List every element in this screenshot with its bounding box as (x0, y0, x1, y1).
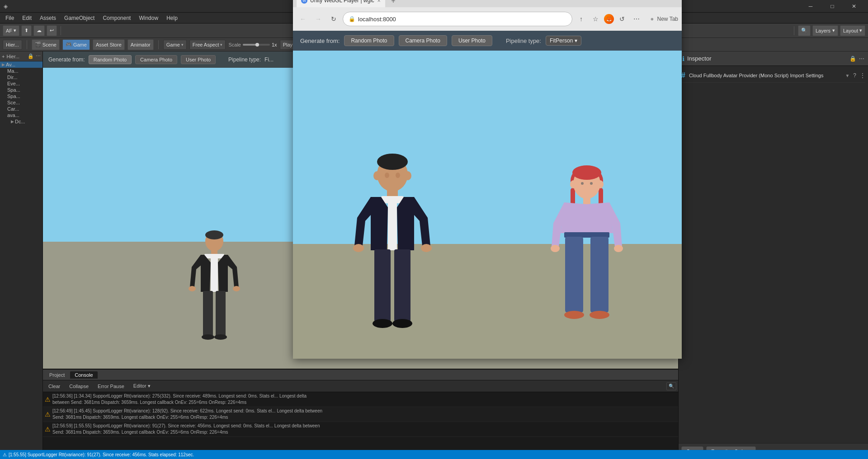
unity-random-photo-btn[interactable]: Random Photo (89, 55, 132, 64)
hier-dropdown[interactable]: Hier... (3, 40, 22, 50)
new-tab-button[interactable]: + (387, 0, 400, 7)
menu-window[interactable]: Window (135, 14, 162, 22)
inspector-title: Inspector (687, 55, 711, 62)
refresh-button[interactable]: ↻ (327, 13, 340, 25)
browser-avatars-container (293, 51, 682, 359)
menu-edit[interactable]: Edit (19, 14, 35, 22)
tree-label-8: ava... (7, 112, 19, 118)
layout-button[interactable]: Layout ▾ (840, 25, 865, 36)
browser-nav-bar: ← → ↻ 🔒 localhost:8000 ↑ ☆ 🦊 ↺ ⋯ ⊕ (293, 7, 682, 31)
insp-more-icon[interactable]: ⋯ (859, 56, 864, 62)
aspect-arrow: ▾ (220, 42, 222, 47)
aspect-label: Free Aspect (193, 42, 219, 47)
clear-button[interactable]: Clear (45, 383, 64, 390)
close-btn[interactable]: ✕ (844, 0, 864, 13)
menu-component[interactable]: Component (99, 14, 134, 22)
menu-file[interactable]: File (2, 14, 18, 22)
maximize-btn[interactable]: □ (822, 0, 843, 13)
tab-asset-store[interactable]: Asset Store (93, 39, 125, 50)
tab-project[interactable]: Project (45, 371, 69, 379)
menu-gameobject[interactable]: GameObject (61, 14, 98, 22)
search-button[interactable]: 🔍 (798, 25, 811, 36)
svg-point-3 (205, 230, 223, 239)
browser-user-photo-btn[interactable]: User Photo (452, 35, 492, 46)
aspect-dropdown[interactable]: Free Aspect ▾ (189, 40, 226, 50)
browser-random-photo-btn[interactable]: Random Photo (344, 35, 394, 46)
reload-btn[interactable]: ↺ (616, 13, 628, 25)
game-dropdown[interactable]: Game ▾ (163, 40, 187, 50)
unity-camera-photo-btn[interactable]: Camera Photo (135, 55, 177, 64)
insp-kebab-icon[interactable]: ⋮ (860, 72, 865, 79)
menu-assets[interactable]: Assets (36, 14, 60, 22)
minimize-btn[interactable]: ─ (800, 0, 821, 13)
browser-male-svg (338, 151, 447, 345)
unity-pipeline-label: Pipeline type: (228, 56, 261, 63)
svg-point-12 (189, 286, 196, 291)
animator-label: Animator (131, 42, 151, 47)
browser-content: Generate from: Random Photo Camera Photo… (293, 31, 682, 359)
pipeline-select[interactable]: FitPerson ▾ (546, 36, 581, 46)
tab-console[interactable]: Console (70, 371, 97, 379)
log-row-0[interactable]: ⚠ [12:56:36] [1:34.34] SupportLogger Rtt… (43, 392, 678, 407)
tree-label-3: Eve... (7, 81, 20, 86)
tree-item-ava[interactable]: ava... (0, 112, 42, 118)
menu-help[interactable]: Help (163, 14, 181, 22)
collapse-button[interactable]: Collapse (66, 383, 92, 390)
log-text-1: [12:56:49] [1:45.45] SupportLogger Rtt(v… (52, 408, 324, 421)
insp-question-icon[interactable]: ? (853, 72, 856, 79)
undo-button[interactable]: ↩ (47, 25, 57, 36)
unity-user-photo-btn[interactable]: User Photo (181, 55, 216, 64)
tab-scene[interactable]: 🎬 Scene (32, 39, 60, 50)
tree-item-dir[interactable]: Dir... (0, 74, 42, 80)
bookmark-btn[interactable]: ☆ (590, 13, 602, 25)
tab-game[interactable]: 🎮 Game (62, 39, 90, 50)
tree-item-av[interactable]: ▶ Av... (0, 61, 42, 68)
svg-point-27 (404, 171, 411, 180)
collab-button[interactable]: ⬆ (21, 25, 32, 36)
editor-dropdown[interactable]: Editor ▾ (130, 382, 154, 390)
cloud-button[interactable]: ☁ (33, 25, 45, 36)
browser-camera-photo-btn[interactable]: Camera Photo (399, 35, 447, 46)
browser-window[interactable]: W Unity WebGL Player | wglc ✕ + ← → ↻ 🔒 … (293, 0, 682, 359)
error-pause-button[interactable]: Error Pause (94, 383, 128, 390)
svg-point-11 (214, 334, 227, 340)
af-button[interactable]: AF ▾ (3, 25, 19, 36)
svg-point-46 (597, 180, 604, 188)
tree-item-ma[interactable]: Ma... (0, 68, 42, 74)
new-tab-text[interactable]: New Tab (657, 16, 678, 22)
browser-tab-active[interactable]: W Unity WebGL Player | wglc ✕ (297, 0, 385, 7)
insp-lock-icon[interactable]: 🔒 (849, 56, 856, 62)
console-log: ⚠ [12:56:36] [1:34.34] SupportLogger Rtt… (43, 392, 678, 459)
add-icon[interactable]: + (2, 54, 5, 59)
close-tab-btn[interactable]: ✕ (377, 0, 381, 3)
tree-item-car[interactable]: Car... (0, 106, 42, 112)
browser-tab-bar: W Unity WebGL Player | wglc ✕ + (293, 0, 682, 7)
address-bar[interactable]: 🔒 localhost:8000 (343, 12, 572, 26)
console-search[interactable]: 🔍 (666, 382, 676, 390)
log-row-1[interactable]: ⚠ [12:56:49] [1:45.45] SupportLogger Rtt… (43, 407, 678, 422)
tree-label-2: Dir... (7, 75, 18, 80)
tree-item-sce[interactable]: Sce... (0, 99, 42, 106)
tree-label-9: Dc... (15, 119, 25, 124)
layers-arrow: ▾ (832, 28, 835, 33)
forward-button[interactable]: → (312, 13, 325, 25)
log-row-2[interactable]: ⚠ [12:56:59] [1:55.55] SupportLogger Rtt… (43, 422, 678, 437)
hier-more-icon[interactable]: ⋯ (36, 53, 41, 59)
tree-item-dc[interactable]: ▶ Dc... (0, 118, 42, 125)
tab-animator[interactable]: Animator (127, 39, 154, 50)
script-header: # Cloud Fullbody Avatar Provider (Mono S… (681, 69, 865, 83)
inspector-header: ℹ Inspector 🔒 ⋯ (679, 52, 868, 66)
tree-item-spa1[interactable]: Spa... (0, 87, 42, 93)
scale-slider[interactable] (243, 44, 270, 46)
tree-item-eve[interactable]: Eve... (0, 80, 42, 87)
more-btn[interactable]: ⋯ (630, 13, 643, 25)
layers-button[interactable]: Layers ▾ (812, 25, 838, 36)
svg-point-10 (202, 334, 214, 340)
back-button[interactable]: ← (297, 13, 309, 25)
svg-point-56 (590, 182, 593, 185)
svg-point-53 (564, 311, 584, 319)
share-btn[interactable]: ↑ (575, 13, 588, 25)
window-controls: ─ □ ✕ (800, 0, 864, 13)
tree-item-spa2[interactable]: Spa... (0, 93, 42, 99)
expand-icon: ▶ (2, 62, 5, 67)
